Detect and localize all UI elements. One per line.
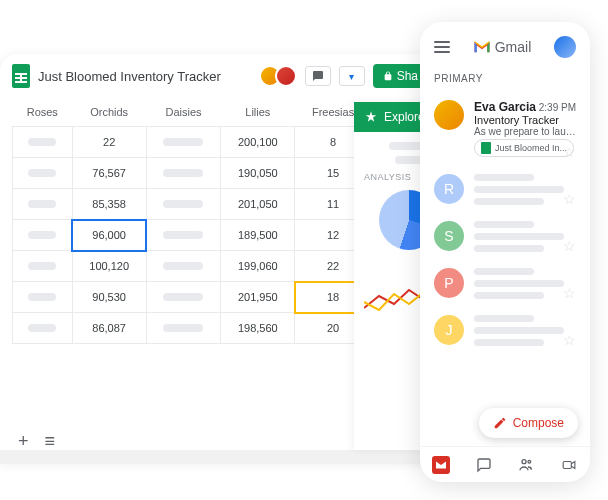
email-preview: As we prepare to launch the... (474, 126, 576, 137)
email-item[interactable]: P ☆ (420, 260, 590, 307)
cell[interactable]: 199,060 (221, 251, 295, 282)
cell[interactable]: 85,358 (72, 189, 146, 220)
sender-avatar: R (434, 174, 464, 204)
placeholder-line (474, 315, 534, 322)
explore-icon (364, 110, 378, 124)
star-icon[interactable]: ☆ (563, 285, 576, 301)
share-label: Sha (397, 69, 418, 83)
gmail-header: Gmail (420, 22, 590, 68)
cell[interactable]: 189,500 (221, 220, 295, 251)
phone-frame: Gmail PRIMARY Eva Garcia 2:39 PM Invento… (420, 22, 590, 482)
gmail-m-icon (473, 40, 491, 54)
email-item[interactable]: S ☆ (420, 213, 590, 260)
star-icon[interactable]: ☆ (563, 238, 576, 254)
add-sheet-icon[interactable]: + (18, 431, 29, 452)
placeholder-line (474, 327, 564, 334)
placeholder-line (474, 245, 544, 252)
cell[interactable]: 198,560 (221, 313, 295, 344)
cell[interactable]: 201,950 (221, 282, 295, 313)
placeholder-line (474, 292, 544, 299)
email-list: Eva Garcia 2:39 PM Inventory Tracker As … (420, 86, 590, 360)
email-item[interactable]: R ☆ (420, 166, 590, 213)
cell[interactable] (13, 189, 73, 220)
chip-label: Just Bloomed In... (495, 143, 567, 153)
cell[interactable] (13, 158, 73, 189)
document-title[interactable]: Just Bloomed Inventory Tracker (38, 69, 257, 84)
nav-mail-icon[interactable] (432, 456, 450, 474)
profile-avatar[interactable] (554, 36, 576, 58)
placeholder-line (474, 221, 534, 228)
email-item-featured[interactable]: Eva Garcia 2:39 PM Inventory Tracker As … (420, 92, 590, 166)
cell[interactable] (146, 220, 221, 251)
compose-button[interactable]: Compose (479, 408, 578, 438)
cell[interactable]: 190,050 (221, 158, 295, 189)
gmail-logo: Gmail (473, 39, 532, 55)
placeholder-line (474, 280, 564, 287)
all-sheets-icon[interactable]: ≡ (45, 431, 56, 452)
nav-meet-icon[interactable] (560, 456, 578, 474)
placeholder-line (474, 233, 564, 240)
col-header[interactable]: Roses (13, 98, 73, 127)
cell[interactable]: 200,100 (221, 127, 295, 158)
placeholder-line (474, 186, 564, 193)
col-header[interactable]: Lilies (221, 98, 295, 127)
tab-primary[interactable]: PRIMARY (434, 73, 483, 84)
cell[interactable]: 201,050 (221, 189, 295, 220)
cell[interactable] (13, 282, 73, 313)
svg-rect-2 (563, 461, 571, 468)
placeholder-line (474, 174, 534, 181)
inbox-tabs: PRIMARY (420, 68, 590, 86)
cell[interactable] (146, 189, 221, 220)
cell[interactable]: 22 (72, 127, 146, 158)
sender-avatar: P (434, 268, 464, 298)
cell[interactable]: 96,000 (72, 220, 146, 251)
svg-point-1 (528, 460, 531, 463)
sender-avatar: J (434, 315, 464, 345)
nav-spaces-icon[interactable] (517, 456, 535, 474)
cell[interactable] (13, 127, 73, 158)
cell[interactable] (146, 158, 221, 189)
placeholder-line (474, 268, 534, 275)
email-time: 2:39 PM (539, 102, 576, 113)
cell[interactable] (13, 220, 73, 251)
lock-icon (383, 70, 393, 82)
placeholder-line (474, 198, 544, 205)
sender-avatar: S (434, 221, 464, 251)
star-icon[interactable]: ☆ (563, 332, 576, 348)
svg-point-0 (522, 459, 526, 463)
cell[interactable]: 90,530 (72, 282, 146, 313)
email-sender: Eva Garcia (474, 100, 536, 114)
sheets-chip-icon (481, 142, 491, 154)
cell[interactable]: 100,120 (72, 251, 146, 282)
star-icon[interactable]: ☆ (563, 144, 576, 160)
sheets-app-icon (12, 64, 30, 88)
cell[interactable] (146, 282, 221, 313)
hamburger-menu-icon[interactable] (434, 41, 450, 53)
col-header[interactable]: Orchids (72, 98, 146, 127)
avatar[interactable] (275, 65, 297, 87)
cell[interactable] (146, 313, 221, 344)
cell[interactable] (146, 251, 221, 282)
cell[interactable] (13, 313, 73, 344)
col-header[interactable]: Daisies (146, 98, 221, 127)
cell[interactable]: 86,087 (72, 313, 146, 344)
collaborator-avatars (265, 65, 297, 87)
placeholder-line (395, 156, 423, 164)
bottom-nav (420, 446, 590, 482)
pencil-icon (493, 416, 507, 430)
comment-history-icon[interactable] (305, 66, 331, 86)
email-subject: Inventory Tracker (474, 114, 576, 126)
placeholder-line (474, 339, 544, 346)
star-icon[interactable]: ☆ (563, 191, 576, 207)
cell[interactable] (13, 251, 73, 282)
cell[interactable] (146, 127, 221, 158)
nav-chat-icon[interactable] (475, 456, 493, 474)
email-item[interactable]: J ☆ (420, 307, 590, 354)
compose-label: Compose (513, 416, 564, 430)
sender-avatar (434, 100, 464, 130)
cell[interactable]: 76,567 (72, 158, 146, 189)
present-dropdown-icon[interactable]: ▾ (339, 66, 365, 86)
attachment-chip[interactable]: Just Bloomed In... (474, 139, 574, 157)
laptop-base (0, 450, 450, 464)
sheets-header: Just Bloomed Inventory Tracker ▾ Sha (0, 54, 440, 98)
